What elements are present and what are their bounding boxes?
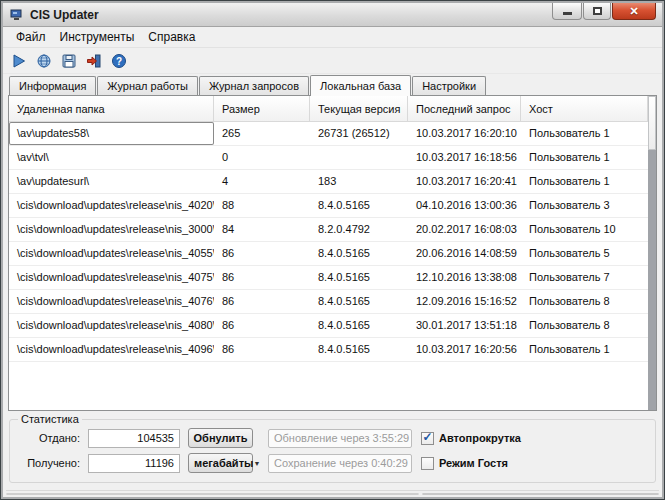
- help-button[interactable]: ?: [110, 52, 128, 70]
- column-header-current-version[interactable]: Текущая версия: [310, 96, 408, 121]
- table-cell[interactable]: 0: [214, 146, 310, 169]
- table-cell[interactable]: 10.03.2017 16:20:41: [408, 170, 521, 193]
- start-button[interactable]: [10, 52, 28, 70]
- table-cell[interactable]: \av\updates58\: [9, 122, 214, 145]
- table-cell[interactable]: Пользователь 1: [521, 122, 648, 145]
- table-cell[interactable]: 8.2.0.4792: [310, 218, 408, 241]
- table-cell[interactable]: Пользователь 1: [521, 170, 648, 193]
- table-cell[interactable]: \cis\download\updates\release\nis_4080\: [9, 314, 214, 337]
- tab-local-base[interactable]: Локальная база: [310, 75, 411, 96]
- minimize-button[interactable]: [552, 3, 582, 20]
- table-cell[interactable]: \cis\download\updates\release\nis_3000\: [9, 218, 214, 241]
- table-row[interactable]: \av\tvl\010.03.2017 16:18:56Пользователь…: [9, 146, 648, 170]
- table-cell[interactable]: Пользователь 8: [521, 314, 648, 337]
- table-cell[interactable]: \av\updatesurl\: [9, 170, 214, 193]
- globe-icon: [36, 53, 52, 69]
- table-cell[interactable]: 20.02.2017 16:08:03: [408, 218, 521, 241]
- tab-work-log[interactable]: Журнал работы: [97, 76, 198, 95]
- table-cell[interactable]: 84: [214, 218, 310, 241]
- table-cell[interactable]: 04.10.2016 13:00:36: [408, 194, 521, 217]
- table-cell[interactable]: 12.09.2016 15:16:52: [408, 290, 521, 313]
- table-cell[interactable]: \cis\download\updates\release\nis_4096\: [9, 338, 214, 361]
- table-cell[interactable]: 86: [214, 242, 310, 265]
- reset-button[interactable]: Обнулить: [188, 428, 253, 448]
- tab-information[interactable]: Информация: [9, 76, 96, 95]
- table-cell[interactable]: 26731 (26512): [310, 122, 408, 145]
- table-row[interactable]: \cis\download\updates\release\nis_4096\8…: [9, 338, 648, 362]
- received-value-input[interactable]: 11196: [88, 454, 180, 473]
- table-cell[interactable]: 86: [214, 266, 310, 289]
- table-cell[interactable]: 12.10.2016 13:38:08: [408, 266, 521, 289]
- close-button[interactable]: ✕: [612, 3, 656, 20]
- checkmark-icon: ✓: [422, 431, 432, 443]
- table-cell[interactable]: Пользователь 8: [521, 290, 648, 313]
- table-cell[interactable]: 4: [214, 170, 310, 193]
- table-cell[interactable]: \cis\download\updates\release\nis_4055\: [9, 242, 214, 265]
- maximize-button[interactable]: [583, 3, 611, 20]
- units-select[interactable]: мегабайты ▼: [188, 453, 253, 473]
- update-timer-field: Обновление через 3:55:29: [268, 429, 412, 448]
- table-cell[interactable]: 8.4.0.5165: [310, 194, 408, 217]
- autoscroll-checkbox[interactable]: ✓: [421, 432, 434, 445]
- table-cell[interactable]: 8.4.0.5165: [310, 290, 408, 313]
- table-cell[interactable]: 8.4.0.5165: [310, 242, 408, 265]
- statistics-group-label: Статистика: [18, 413, 82, 425]
- table-cell[interactable]: [310, 146, 408, 169]
- table-cell[interactable]: 10.03.2017 16:18:56: [408, 146, 521, 169]
- save-timer-field: Сохранение через 0:40:29: [268, 454, 412, 473]
- menu-help[interactable]: Справка: [141, 28, 202, 46]
- table-row[interactable]: \cis\download\updates\release\nis_3000\8…: [9, 218, 648, 242]
- table-cell[interactable]: 265: [214, 122, 310, 145]
- table-cell[interactable]: 88: [214, 194, 310, 217]
- column-header-host[interactable]: Хост: [521, 96, 648, 121]
- table-cell[interactable]: 86: [214, 314, 310, 337]
- scrollbar-thumb[interactable]: [648, 96, 656, 150]
- table-cell[interactable]: 183: [310, 170, 408, 193]
- help-icon: ?: [111, 53, 127, 69]
- vertical-scrollbar[interactable]: [648, 96, 656, 410]
- local-base-panel: Удаленная папка Размер Текущая версия По…: [8, 95, 657, 411]
- network-button[interactable]: [35, 52, 53, 70]
- table-row[interactable]: \cis\download\updates\release\nis_4020\8…: [9, 194, 648, 218]
- minimize-icon: [563, 12, 572, 15]
- table-cell[interactable]: 8.4.0.5165: [310, 266, 408, 289]
- table-row[interactable]: \cis\download\updates\release\nis_4075\8…: [9, 266, 648, 290]
- table-cell[interactable]: \cis\download\updates\release\nis_4075\: [9, 266, 214, 289]
- table-body: \av\updates58\26526731 (26512)10.03.2017…: [9, 122, 648, 362]
- column-header-last-request[interactable]: Последний запрос: [408, 96, 521, 121]
- table-row[interactable]: \av\updates58\26526731 (26512)10.03.2017…: [9, 122, 648, 146]
- table-cell[interactable]: Пользователь 5: [521, 242, 648, 265]
- column-header-remote-folder[interactable]: Удаленная папка: [9, 96, 214, 121]
- table-cell[interactable]: 86: [214, 338, 310, 361]
- table-row[interactable]: \cis\download\updates\release\nis_4080\8…: [9, 314, 648, 338]
- tab-settings[interactable]: Настройки: [412, 76, 486, 95]
- guest-mode-checkbox[interactable]: ✓: [421, 457, 434, 470]
- table-cell[interactable]: Пользователь 1: [521, 338, 648, 361]
- table-cell[interactable]: Пользователь 1: [521, 146, 648, 169]
- table-cell[interactable]: 86: [214, 290, 310, 313]
- table-cell[interactable]: 8.4.0.5165: [310, 314, 408, 337]
- table-cell[interactable]: 8.4.0.5165: [310, 338, 408, 361]
- menu-tools[interactable]: Инструменты: [53, 28, 142, 46]
- table-cell[interactable]: \cis\download\updates\release\nis_4020\: [9, 194, 214, 217]
- menu-file[interactable]: Файл: [9, 28, 53, 46]
- table-cell[interactable]: Пользователь 7: [521, 266, 648, 289]
- table-row[interactable]: \av\updatesurl\418310.03.2017 16:20:41По…: [9, 170, 648, 194]
- table-cell[interactable]: 20.06.2016 14:08:59: [408, 242, 521, 265]
- table-cell[interactable]: Пользователь 3: [521, 194, 648, 217]
- exit-button[interactable]: [85, 52, 103, 70]
- tab-request-log[interactable]: Журнал запросов: [199, 76, 309, 95]
- table-row[interactable]: \cis\download\updates\release\nis_4076\8…: [9, 290, 648, 314]
- titlebar[interactable]: CIS Updater ✕: [3, 3, 662, 27]
- table-cell[interactable]: 10.03.2017 16:20:56: [408, 338, 521, 361]
- column-header-size[interactable]: Размер: [214, 96, 310, 121]
- table-cell[interactable]: \cis\download\updates\release\nis_4076\: [9, 290, 214, 313]
- table-cell[interactable]: 30.01.2017 13:51:18: [408, 314, 521, 337]
- table-cell[interactable]: Пользователь 10: [521, 218, 648, 241]
- save-button[interactable]: [60, 52, 78, 70]
- table-cell[interactable]: 10.03.2017 16:20:10: [408, 122, 521, 145]
- table-cell[interactable]: \av\tvl\: [9, 146, 214, 169]
- maximize-icon: [593, 7, 602, 15]
- sent-value-input[interactable]: 104535: [88, 429, 180, 448]
- table-row[interactable]: \cis\download\updates\release\nis_4055\8…: [9, 242, 648, 266]
